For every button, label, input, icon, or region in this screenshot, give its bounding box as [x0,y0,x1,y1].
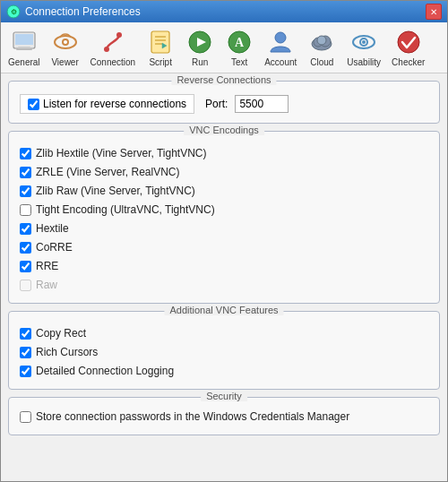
connection-icon [99,28,127,56]
listen-label: Listen for reverse connections [43,98,186,110]
checker-icon [394,28,423,56]
encoding-label-7: Raw [36,279,57,291]
reverse-connections-title: Reverse Connections [171,74,276,85]
text-icon: A [225,28,254,56]
table-row: Zlib Raw (Vine Server, TightVNC) [20,185,428,197]
general-label: General [8,57,40,67]
table-row: CoRRE [20,241,428,254]
security-title: Security [201,391,247,401]
table-row: Zlib Hextile (Vine Server, TightVNC) [20,147,428,159]
usability-icon [349,28,378,56]
vnc-encodings-list: Zlib Hextile (Vine Server, TightVNC)ZRLE… [20,144,428,294]
viewer-label: Viewer [51,57,78,67]
svg-point-8 [64,40,67,44]
encoding-checkbox-6[interactable] [20,261,31,272]
vnc-encodings-title: VNC Encodings [184,125,264,135]
viewer-icon [51,28,80,56]
listen-checkbox[interactable] [28,99,39,110]
usability-label: Usability [347,57,381,67]
security-checkbox-0[interactable] [20,411,31,423]
additional-features-group: Additional VNC Features Copy RectRich Cu… [8,311,440,390]
port-input[interactable] [235,95,289,113]
table-row: RRE [20,260,428,272]
reverse-connections-group: Reverse Connections Listen for reverse c… [8,81,440,124]
toolbar-item-checker[interactable]: Checker [386,26,430,69]
cloud-label: Cloud [310,57,333,67]
toolbar-item-run[interactable]: Run [180,26,220,69]
svg-rect-5 [16,48,32,50]
security-group: Security Store connection passwords in t… [8,397,440,435]
security-label-0: Store connection passwords in the Window… [36,410,349,423]
encoding-checkbox-7[interactable] [20,280,31,291]
encoding-label-3: Tight Encoding (UltraVNC, TightVNC) [36,203,215,216]
svg-rect-3 [15,34,33,45]
toolbar-item-script[interactable]: Script [141,26,180,69]
checker-label: Checker [392,57,425,67]
run-icon [185,28,214,56]
cloud-icon [307,28,336,56]
encoding-checkbox-5[interactable] [20,242,31,254]
encoding-label-5: CoRRE [36,241,73,254]
toolbar-item-general[interactable]: General [3,26,46,69]
table-row: Copy Rect [20,327,428,340]
reverse-connections-content: Listen for reverse connections Port: [20,94,428,114]
feature-checkbox-0[interactable] [20,328,31,340]
svg-point-19 [275,32,286,43]
table-row: Store connection passwords in the Window… [20,410,428,423]
toolbar-item-viewer[interactable]: Viewer [46,26,85,69]
feature-label-0: Copy Rect [36,327,86,340]
content-area: Reverse Connections Listen for reverse c… [1,73,447,481]
encoding-label-1: ZRLE (Vine Server, RealVNC) [36,166,180,178]
feature-label-2: Detailed Connection Logging [36,365,174,377]
svg-point-9 [104,47,109,52]
script-icon [146,28,175,56]
feature-checkbox-2[interactable] [20,366,31,377]
encoding-checkbox-3[interactable] [20,204,31,216]
window-title: Connection Preferences [25,5,141,18]
svg-text:⚙: ⚙ [11,8,17,16]
feature-checkbox-1[interactable] [20,347,31,358]
close-button[interactable]: ✕ [426,4,442,20]
title-bar: ⚙ Connection Preferences ✕ [1,1,447,22]
vnc-encodings-group: VNC Encodings Zlib Hextile (Vine Server,… [8,131,440,304]
feature-label-1: Rich Cursors [36,346,98,358]
toolbar-item-cloud[interactable]: Cloud [302,26,341,69]
port-label: Port: [205,98,228,110]
run-label: Run [192,57,208,67]
encoding-checkbox-4[interactable] [20,223,31,235]
table-row: Detailed Connection Logging [20,365,428,377]
connection-label: Connection [90,57,136,67]
window-icon: ⚙ [6,4,21,19]
toolbar-item-usability[interactable]: Usability [341,26,386,69]
account-label: Account [264,57,297,67]
svg-point-27 [398,31,419,53]
text-label: Text [231,57,247,67]
encoding-label-4: Hextile [36,222,69,235]
table-row: Tight Encoding (UltraVNC, TightVNC) [20,203,428,216]
table-row: Rich Cursors [20,346,428,358]
encoding-checkbox-2[interactable] [20,185,31,197]
general-icon [10,28,39,56]
security-list: Store connection passwords in the Window… [20,410,428,423]
table-row: Raw [20,279,428,291]
svg-point-10 [116,32,122,38]
additional-features-title: Additional VNC Features [164,305,283,315]
title-bar-left: ⚙ Connection Preferences [6,4,141,19]
encoding-checkbox-0[interactable] [20,148,31,159]
account-icon [266,28,295,56]
toolbar-item-connection[interactable]: Connection [85,26,142,69]
svg-rect-11 [151,31,169,53]
listen-checkbox-group: Listen for reverse connections [20,94,194,114]
additional-features-list: Copy RectRich CursorsDetailed Connection… [20,324,428,380]
window: ⚙ Connection Preferences ✕ General [0,0,448,482]
encoding-label-0: Zlib Hextile (Vine Server, TightVNC) [36,147,207,159]
table-row: ZRLE (Vine Server, RealVNC) [20,166,428,178]
encoding-label-2: Zlib Raw (Vine Server, TightVNC) [36,185,195,197]
svg-text:A: A [235,36,245,49]
encoding-checkbox-1[interactable] [20,167,31,178]
toolbar-item-text[interactable]: A Text [220,26,259,69]
table-row: Hextile [20,222,428,235]
svg-point-26 [362,40,366,44]
toolbar-item-account[interactable]: Account [259,26,302,69]
script-label: Script [149,57,172,67]
